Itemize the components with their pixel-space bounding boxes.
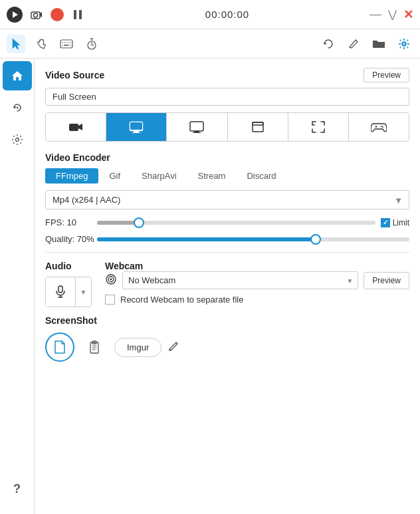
gear-icon[interactable] — [395, 35, 413, 53]
video-source-preview-button[interactable]: Preview — [364, 68, 409, 82]
content-area: Video Source Preview — [35, 59, 420, 514]
svg-rect-63 — [58, 286, 62, 293]
window-source-button[interactable] — [228, 113, 288, 141]
svg-point-45 — [20, 136, 21, 137]
record-icon[interactable] — [51, 8, 64, 21]
svg-point-43 — [21, 139, 23, 140]
screenshot-btn-row: Imgur — [45, 332, 409, 362]
svg-point-32 — [407, 39, 409, 41]
video-source-icon-row — [45, 112, 409, 142]
webcam-dropdown-wrap: No Webcam ▼ — [122, 271, 358, 289]
refresh-icon[interactable] — [319, 35, 338, 53]
webcam-icon — [105, 273, 117, 288]
screenshot-pencil-button[interactable] — [168, 340, 180, 355]
main-layout: ? Video Source Preview — [0, 59, 420, 514]
fps-limit-row: ✓ Limit — [381, 218, 409, 227]
divider-1 — [45, 252, 409, 253]
svg-marker-6 — [13, 39, 20, 49]
encoder-tabs: FFmpeg Gif SharpAvi Stream Discard — [45, 168, 409, 184]
gamepad-source-button[interactable] — [349, 113, 409, 141]
enc-tab-sharpavi[interactable]: SharpAvi — [131, 168, 187, 184]
webcam-row: No Webcam ▼ Preview — [105, 271, 409, 289]
sidebar-item-help[interactable]: ? — [3, 474, 32, 503]
svg-rect-58 — [253, 122, 263, 125]
minimize-button[interactable]: — — [369, 7, 381, 21]
sidebar: ? — [0, 59, 35, 514]
region-source-button[interactable] — [288, 113, 349, 141]
record-webcam-checkbox[interactable] — [105, 295, 115, 305]
svg-point-40 — [17, 134, 18, 136]
svg-point-2 — [34, 13, 38, 17]
enc-tab-discard[interactable]: Discard — [236, 168, 286, 184]
sidebar-item-settings[interactable] — [3, 125, 32, 154]
hand-tool[interactable] — [32, 35, 51, 53]
svg-point-68 — [110, 278, 112, 280]
svg-point-31 — [400, 39, 401, 41]
svg-point-27 — [403, 39, 405, 40]
fps-slider-row: FPS: 10 ✓ Limit — [45, 217, 409, 227]
svg-rect-53 — [132, 132, 140, 133]
monitor-outline-button[interactable] — [167, 113, 227, 141]
svg-line-23 — [350, 47, 352, 48]
screenshot-title: ScreenShot — [45, 315, 409, 326]
svg-point-30 — [408, 43, 409, 45]
app-icon[interactable] — [7, 7, 23, 23]
fps-slider-track[interactable] — [97, 221, 375, 225]
fps-limit-checkbox[interactable]: ✓ — [381, 218, 390, 227]
audio-dropdown-button[interactable]: ▼ — [75, 277, 91, 307]
pause-icon[interactable] — [70, 7, 85, 22]
svg-point-62 — [382, 126, 383, 128]
svg-rect-52 — [134, 131, 139, 132]
title-bar: 00:00:00 — ⋁ ✕ — [0, 0, 420, 29]
screenshot-file-button[interactable] — [45, 332, 74, 362]
video-source-input[interactable] — [45, 88, 409, 106]
toolbar — [0, 29, 420, 59]
format-dropdown[interactable]: Mp4 (x264 | AAC) — [45, 190, 409, 209]
enc-tab-ffmpeg[interactable]: FFmpeg — [45, 168, 98, 184]
svg-rect-5 — [79, 10, 82, 19]
webcam-dropdown[interactable]: No Webcam — [122, 271, 358, 289]
enc-tab-stream[interactable]: Stream — [187, 168, 237, 184]
camera-source-button[interactable] — [46, 113, 106, 141]
audio-title: Audio — [45, 261, 72, 271]
svg-rect-48 — [69, 124, 78, 131]
svg-line-74 — [176, 342, 177, 344]
svg-marker-22 — [324, 42, 327, 45]
svg-rect-57 — [253, 122, 263, 132]
svg-point-42 — [12, 139, 13, 140]
svg-rect-51 — [130, 122, 142, 130]
quality-slider-fill — [97, 237, 316, 241]
title-bar-left — [7, 7, 85, 23]
pencil-icon[interactable] — [344, 35, 363, 53]
close-button[interactable]: ✕ — [403, 7, 413, 22]
quality-slider-track[interactable] — [97, 237, 409, 241]
svg-point-39 — [15, 138, 19, 142]
keyboard-tool[interactable] — [57, 35, 76, 53]
svg-point-28 — [403, 48, 405, 49]
svg-rect-56 — [193, 132, 201, 133]
enc-tab-gif[interactable]: Gif — [98, 168, 131, 184]
cursor-tool[interactable] — [7, 35, 25, 53]
webcam-title: Webcam — [105, 261, 143, 271]
svg-rect-55 — [194, 131, 199, 132]
timer-display: 00:00:00 — [85, 9, 369, 20]
svg-point-44 — [13, 136, 14, 137]
camera-icon[interactable] — [29, 7, 44, 22]
webcam-preview-button[interactable]: Preview — [364, 272, 409, 289]
fps-slider-thumb[interactable] — [134, 217, 144, 228]
maximize-button[interactable]: ⋁ — [388, 8, 397, 21]
screenshot-imgur-button[interactable]: Imgur — [114, 338, 161, 357]
svg-point-34 — [407, 47, 409, 48]
timer-tool[interactable] — [82, 35, 101, 53]
audio-mic-button[interactable] — [46, 277, 75, 307]
quality-slider-thumb[interactable] — [310, 234, 321, 245]
svg-rect-4 — [74, 10, 76, 19]
monitor-source-button[interactable] — [106, 113, 167, 141]
sidebar-item-history[interactable] — [3, 93, 32, 122]
fps-label: FPS: 10 — [45, 217, 92, 227]
folder-icon[interactable] — [369, 35, 388, 53]
audio-btn-row: ▼ — [45, 277, 92, 307]
screenshot-clipboard-button[interactable] — [81, 334, 108, 360]
svg-marker-36 — [14, 106, 17, 108]
sidebar-item-home[interactable] — [3, 61, 32, 90]
